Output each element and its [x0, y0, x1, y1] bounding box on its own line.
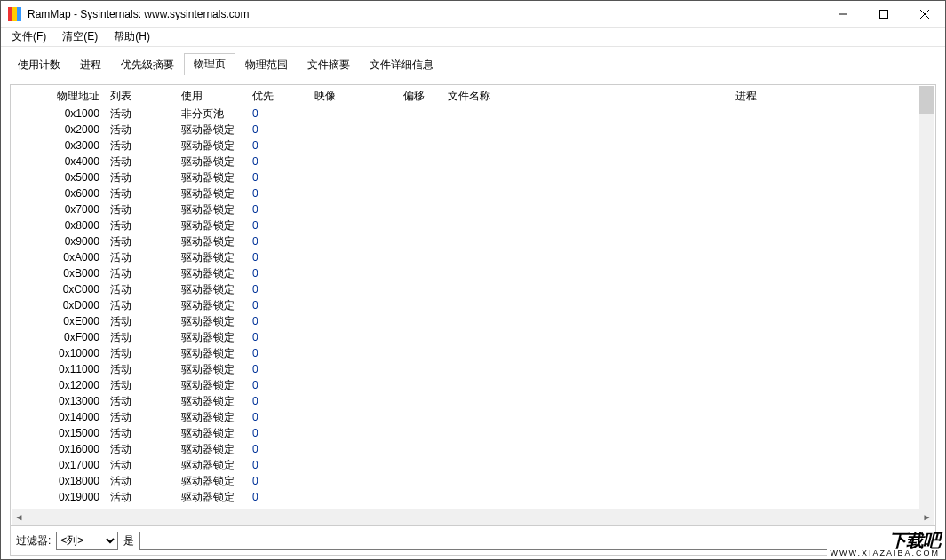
- menu-help[interactable]: 帮助(H): [107, 28, 157, 46]
- tab-phys_pages[interactable]: 物理页: [184, 53, 235, 75]
- cell-list: 活动: [105, 249, 176, 265]
- cell-use: 非分页池: [176, 106, 247, 122]
- cell-pri: 0: [247, 345, 309, 361]
- tab-use_counts[interactable]: 使用计数: [8, 54, 70, 75]
- titlebar: RamMap - Sysinternals: www.sysinternals.…: [1, 1, 945, 28]
- table-row[interactable]: 0x3000活动驱动器锁定0: [12, 138, 934, 154]
- table-row[interactable]: 0xF000活动驱动器锁定0: [12, 329, 934, 345]
- col-img[interactable]: 映像: [309, 88, 398, 104]
- col-off[interactable]: 偏移: [398, 88, 442, 104]
- cell-list: 活动: [105, 361, 176, 377]
- app-icon: [8, 7, 22, 21]
- cell-use: 驱动器锁定: [176, 233, 247, 249]
- table-row[interactable]: 0xA000活动驱动器锁定0: [12, 249, 934, 265]
- horizontal-scrollbar[interactable]: ◄ ►: [12, 509, 934, 525]
- minimize-button[interactable]: [823, 1, 863, 28]
- col-addr[interactable]: 物理地址: [12, 88, 105, 104]
- filter-column-select[interactable]: <列>: [56, 532, 118, 550]
- cell-addr: 0xD000: [12, 297, 105, 313]
- table-row[interactable]: 0x16000活动驱动器锁定0: [12, 441, 934, 457]
- scroll-right-icon[interactable]: ►: [919, 509, 934, 525]
- tabbar: 使用计数进程优先级摘要物理页物理范围文件摘要文件详细信息: [8, 54, 938, 75]
- cell-list: 活动: [105, 425, 176, 441]
- menu-file[interactable]: 文件(F): [4, 28, 53, 46]
- cell-addr: 0x4000: [12, 154, 105, 170]
- scroll-thumb[interactable]: [919, 86, 934, 114]
- close-button[interactable]: [904, 1, 945, 28]
- cell-list: 活动: [105, 313, 176, 329]
- cell-pri: 0: [247, 457, 309, 473]
- cell-addr: 0x15000: [12, 425, 105, 441]
- cell-pri: 0: [247, 409, 309, 425]
- cell-list: 活动: [105, 489, 176, 505]
- table-row[interactable]: 0x19000活动驱动器锁定0: [12, 489, 934, 505]
- table-row[interactable]: 0x17000活动驱动器锁定0: [12, 457, 934, 473]
- cell-use: 驱动器锁定: [176, 473, 247, 489]
- table-row[interactable]: 0x7000活动驱动器锁定0: [12, 201, 934, 217]
- cell-pri: 0: [247, 185, 309, 201]
- col-file[interactable]: 文件名称: [442, 88, 730, 104]
- table-row[interactable]: 0x14000活动驱动器锁定0: [12, 409, 934, 425]
- table-row[interactable]: 0x11000活动驱动器锁定0: [12, 361, 934, 377]
- cell-pri: 0: [247, 154, 309, 170]
- cell-addr: 0x7000: [12, 201, 105, 217]
- menubar: 文件(F) 清空(E) 帮助(H): [1, 28, 945, 47]
- col-list[interactable]: 列表: [105, 88, 176, 104]
- cell-use: 驱动器锁定: [176, 217, 247, 233]
- cell-list: 活动: [105, 393, 176, 409]
- cell-list: 活动: [105, 201, 176, 217]
- table-row[interactable]: 0xB000活动驱动器锁定0: [12, 265, 934, 281]
- scroll-left-icon[interactable]: ◄: [12, 509, 27, 525]
- tab-file_summary[interactable]: 文件摘要: [298, 54, 360, 75]
- cell-addr: 0x5000: [12, 170, 105, 185]
- col-use[interactable]: 使用: [176, 88, 247, 104]
- watermark-sub: WWW.XIAZAIBA.COM: [831, 549, 941, 557]
- table-row[interactable]: 0x15000活动驱动器锁定0: [12, 425, 934, 441]
- cell-addr: 0xF000: [12, 329, 105, 345]
- menu-empty[interactable]: 清空(E): [55, 28, 105, 46]
- table-row[interactable]: 0x6000活动驱动器锁定0: [12, 185, 934, 201]
- cell-list: 活动: [105, 281, 176, 297]
- table-row[interactable]: 0xD000活动驱动器锁定0: [12, 297, 934, 313]
- cell-addr: 0x2000: [12, 122, 105, 138]
- col-pri[interactable]: 优先: [247, 88, 309, 104]
- table-row[interactable]: 0x5000活动驱动器锁定0: [12, 170, 934, 185]
- table-row[interactable]: 0xC000活动驱动器锁定0: [12, 281, 934, 297]
- table-row[interactable]: 0x4000活动驱动器锁定0: [12, 154, 934, 170]
- table-row[interactable]: 0x13000活动驱动器锁定0: [12, 393, 934, 409]
- col-proc[interactable]: 进程: [730, 88, 934, 104]
- cell-use: 驱动器锁定: [176, 138, 247, 154]
- table-row[interactable]: 0x10000活动驱动器锁定0: [12, 345, 934, 361]
- cell-pri: 0: [247, 170, 309, 185]
- table-row[interactable]: 0x12000活动驱动器锁定0: [12, 377, 934, 393]
- cell-addr: 0x17000: [12, 457, 105, 473]
- list-view[interactable]: 物理地址 列表 使用 优先 映像 偏移 文件名称 进程 0x1000活动非分页池…: [12, 86, 934, 509]
- cell-pri: 0: [247, 265, 309, 281]
- tab-phys_ranges[interactable]: 物理范围: [235, 54, 298, 75]
- cell-use: 驱动器锁定: [176, 361, 247, 377]
- cell-addr: 0x11000: [12, 361, 105, 377]
- table-row[interactable]: 0x9000活动驱动器锁定0: [12, 233, 934, 249]
- watermark-big: 下载吧: [889, 531, 940, 550]
- cell-list: 活动: [105, 329, 176, 345]
- tab-processes[interactable]: 进程: [70, 54, 111, 75]
- cell-list: 活动: [105, 473, 176, 489]
- table-row[interactable]: 0x1000活动非分页池0: [12, 106, 934, 122]
- table-row[interactable]: 0xE000活动驱动器锁定0: [12, 313, 934, 329]
- tab-file_details[interactable]: 文件详细信息: [360, 54, 443, 75]
- cell-pri: 0: [247, 201, 309, 217]
- cell-pri: 0: [247, 361, 309, 377]
- maximize-button[interactable]: [863, 1, 904, 28]
- cell-list: 活动: [105, 377, 176, 393]
- table-row[interactable]: 0x2000活动驱动器锁定0: [12, 122, 934, 138]
- table-row[interactable]: 0x8000活动驱动器锁定0: [12, 217, 934, 233]
- table-row[interactable]: 0x18000活动驱动器锁定0: [12, 473, 934, 489]
- cell-list: 活动: [105, 154, 176, 170]
- cell-list: 活动: [105, 265, 176, 281]
- tab-priority[interactable]: 优先级摘要: [111, 54, 184, 75]
- cell-use: 驱动器锁定: [176, 154, 247, 170]
- cell-use: 驱动器锁定: [176, 393, 247, 409]
- vertical-scrollbar[interactable]: [919, 86, 934, 509]
- cell-addr: 0xA000: [12, 249, 105, 265]
- filter-value-select[interactable]: [139, 532, 930, 550]
